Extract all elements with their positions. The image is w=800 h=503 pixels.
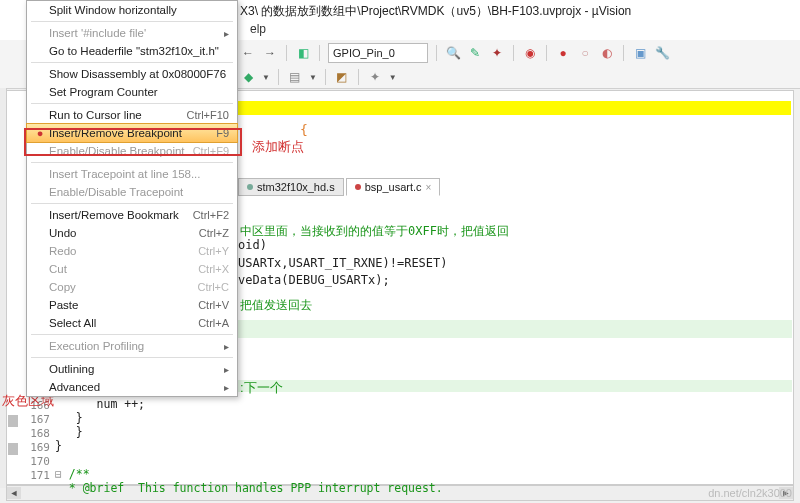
wand-icon[interactable]: ✦ (367, 69, 383, 85)
menu-advanced[interactable]: Advanced (27, 378, 237, 396)
code-bottom-lines[interactable]: ┌─ num ++; } } } ⊟ /** * @brief This fun… (55, 383, 443, 495)
nav-back-icon[interactable]: ← (240, 45, 256, 61)
code-brace: { (300, 122, 308, 137)
bookmark-icon[interactable]: ◧ (295, 45, 311, 61)
config-icon[interactable]: ✦ (489, 45, 505, 61)
dot-icon (355, 184, 361, 190)
code-void: oid) (238, 238, 267, 252)
menu-insert-include: Insert '#include file' (27, 24, 237, 42)
code-comment: 中区里面，当接收到的的值等于0XFF时，把值返回 (240, 223, 509, 240)
menu-undo[interactable]: Undo Ctrl+Z (27, 224, 237, 242)
nav-fwd-icon[interactable]: → (262, 45, 278, 61)
tab-label: stm32f10x_hd.s (257, 181, 335, 193)
code-send-comment: 把值发送回去 (240, 297, 312, 314)
menu-outlining[interactable]: Outlining (27, 360, 237, 378)
menu-enable-disable-tracepoint: Enable/Disable Tracepoint (27, 183, 237, 201)
menu-help[interactable]: elp (250, 22, 266, 36)
disable-bp-icon[interactable]: ○ (577, 45, 593, 61)
watermark: dn.net/cln2k3000 (708, 487, 792, 499)
breakpoint-icon[interactable]: ● (555, 45, 571, 61)
gutter-marker[interactable] (8, 443, 18, 455)
code-recv: veData(DEBUG_USARTx); (238, 273, 390, 287)
menu-paste[interactable]: Paste Ctrl+V (27, 296, 237, 314)
find-icon[interactable]: 🔍 (445, 45, 461, 61)
code-if: USARTx,USART_IT_RXNE)!=RESET) (238, 256, 448, 270)
file-tab-asm[interactable]: stm32f10x_hd.s (238, 178, 344, 196)
editor-context-menu: Split Window horizontally Insert '#inclu… (26, 0, 238, 397)
tools-icon[interactable]: 🔧 (654, 45, 670, 61)
menu-insert-tracepoint: Insert Tracepoint at line 158... (27, 165, 237, 183)
gutter-marker[interactable] (8, 415, 18, 427)
menu-show-disassembly[interactable]: Show Disassembly at 0x08000F76 (27, 65, 237, 83)
title-text: X3\ 的数据放到数组中\Project\RVMDK（uv5）\BH-F103.… (240, 4, 631, 18)
menu-insert-remove-bookmark[interactable]: Insert/Remove Bookmark Ctrl+F2 (27, 206, 237, 224)
symbol-combo[interactable]: GPIO_Pin_0 (328, 43, 428, 63)
menu-select-all[interactable]: Select All Ctrl+A (27, 314, 237, 332)
menu-run-to-cursor[interactable]: Run to Cursor line Ctrl+F10 (27, 106, 237, 124)
menu-execution-profiling: Execution Profiling (27, 337, 237, 355)
target-icon[interactable]: ◆ (240, 69, 256, 85)
scroll-left-icon[interactable]: ◄ (7, 487, 21, 499)
file-tab-c[interactable]: bsp_usart.c × (346, 178, 441, 196)
menu-redo: Redo Ctrl+Y (27, 242, 237, 260)
menu-set-program-counter[interactable]: Set Program Counter (27, 83, 237, 101)
debug-icon[interactable]: ◉ (522, 45, 538, 61)
browse-icon[interactable]: ✎ (467, 45, 483, 61)
menu-goto-headerfile[interactable]: Go to Headerfile "stm32f10x_it.h" (27, 42, 237, 60)
menu-copy: Copy Ctrl+C (27, 278, 237, 296)
annotation-add-breakpoint: 添加断点 (252, 138, 304, 156)
options-icon[interactable]: ◩ (334, 69, 350, 85)
highlight-block-1 (238, 320, 792, 338)
build-icon[interactable]: ▤ (287, 69, 303, 85)
close-icon[interactable]: × (426, 182, 432, 193)
code-next-comment: :下一个 (240, 379, 283, 397)
tab-label: bsp_usart.c (365, 181, 422, 193)
window-icon[interactable]: ▣ (632, 45, 648, 61)
kill-bp-icon[interactable]: ◐ (599, 45, 615, 61)
menu-enable-disable-breakpoint: Enable/Disable Breakpoint Ctrl+F9 (27, 142, 237, 160)
menu-insert-remove-breakpoint[interactable]: ● Insert/Remove Breakpoint F9 (26, 123, 238, 143)
menu-cut: Cut Ctrl+X (27, 260, 237, 278)
dot-icon (247, 184, 253, 190)
file-tabs: stm32f10x_hd.s bsp_usart.c × (238, 178, 440, 196)
symbol-combo-value: GPIO_Pin_0 (333, 47, 395, 59)
menu-split-window[interactable]: Split Window horizontally (27, 1, 237, 19)
